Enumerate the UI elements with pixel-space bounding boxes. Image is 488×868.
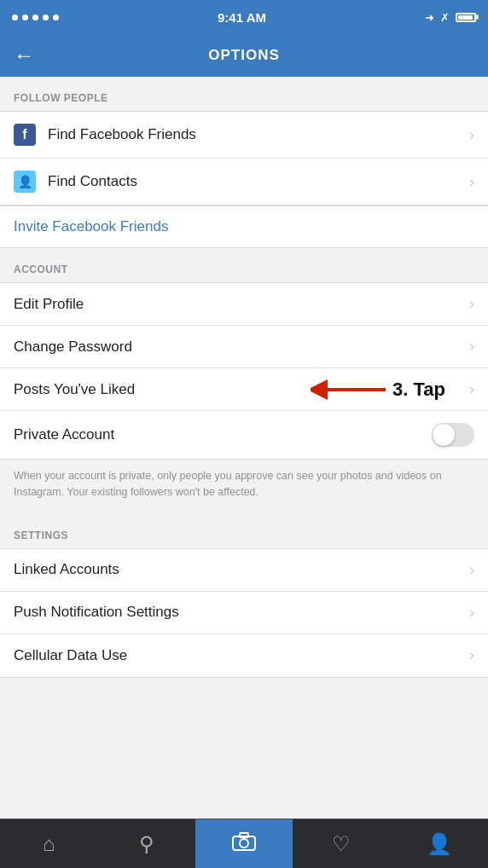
find-facebook-item[interactable]: f Find Facebook Friends ›	[0, 112, 488, 159]
nav-camera[interactable]	[195, 819, 293, 868]
signal-dot	[43, 14, 49, 20]
chevron-icon: ›	[469, 646, 474, 664]
section-header-follow: FOLLOW PEOPLE	[0, 77, 488, 111]
location-icon: ➜	[425, 11, 434, 24]
invite-facebook-link[interactable]: Invite Facebook Friends	[0, 205, 488, 248]
section-header-settings: SETTINGS	[0, 514, 488, 548]
find-contacts-item[interactable]: 👤 Find Contacts ›	[0, 159, 488, 205]
profile-icon: 👤	[427, 832, 452, 856]
chevron-icon: ›	[469, 338, 474, 356]
header: ← OPTIONS	[0, 34, 488, 77]
bluetooth-icon: ✗	[440, 11, 450, 24]
camera-icon	[232, 832, 256, 856]
nav-home[interactable]: ⌂	[0, 819, 97, 868]
private-account-toggle[interactable]	[432, 423, 474, 447]
find-facebook-label: Find Facebook Friends	[48, 126, 469, 143]
signal-dot	[53, 14, 59, 20]
nav-search[interactable]: ⚲	[97, 819, 195, 868]
posts-liked-label: Posts You've Liked	[14, 381, 469, 398]
svg-point-2	[240, 839, 248, 848]
battery-icon	[456, 13, 476, 22]
nav-profile[interactable]: 👤	[391, 819, 488, 868]
linked-accounts-label: Linked Accounts	[14, 561, 469, 578]
change-password-label: Change Password	[14, 339, 469, 356]
edit-profile-item[interactable]: Edit Profile ›	[0, 283, 488, 326]
chevron-icon: ›	[469, 173, 474, 191]
chevron-icon: ›	[469, 604, 474, 622]
page-title: OPTIONS	[208, 47, 280, 64]
chevron-icon: ›	[469, 295, 474, 313]
private-account-label: Private Account	[14, 426, 432, 443]
posts-liked-item[interactable]: Posts You've Liked 3. Tap ›	[0, 368, 488, 411]
account-list: Edit Profile › Change Password › Posts Y…	[0, 282, 488, 460]
section-header-account: ACCOUNT	[0, 248, 488, 282]
private-account-description: When your account is private, only peopl…	[0, 460, 488, 514]
status-time: 9:41 AM	[218, 10, 266, 25]
signal-dot	[22, 14, 28, 20]
push-notifications-item[interactable]: Push Notification Settings ›	[0, 592, 488, 634]
back-button[interactable]: ←	[14, 43, 34, 67]
bottom-nav: ⌂ ⚲ ♡ 👤	[0, 819, 488, 868]
home-icon: ⌂	[43, 832, 55, 856]
chevron-icon: ›	[469, 380, 474, 398]
facebook-icon: f	[14, 124, 36, 146]
content-area: FOLLOW PEOPLE f Find Facebook Friends › …	[0, 77, 488, 738]
follow-people-list: f Find Facebook Friends › 👤 Find Contact…	[0, 111, 488, 205]
private-account-item[interactable]: Private Account	[0, 411, 488, 459]
signal-dot	[12, 14, 18, 20]
find-contacts-label: Find Contacts	[48, 173, 469, 190]
status-bar: 9:41 AM ➜ ✗	[0, 0, 488, 34]
push-notifications-label: Push Notification Settings	[14, 604, 469, 621]
settings-list: Linked Accounts › Push Notification Sett…	[0, 548, 488, 678]
status-right: ➜ ✗	[425, 11, 476, 24]
status-left	[12, 14, 59, 20]
edit-profile-label: Edit Profile	[14, 296, 469, 313]
svg-rect-3	[240, 833, 248, 837]
chevron-icon: ›	[469, 126, 474, 144]
heart-icon: ♡	[332, 832, 351, 856]
contact-icon: 👤	[14, 171, 36, 193]
change-password-item[interactable]: Change Password ›	[0, 326, 488, 368]
chevron-icon: ›	[469, 561, 474, 579]
signal-dot	[32, 14, 38, 20]
nav-activity[interactable]: ♡	[293, 819, 390, 868]
toggle-knob	[433, 424, 455, 446]
cellular-data-label: Cellular Data Use	[14, 647, 469, 664]
linked-accounts-item[interactable]: Linked Accounts ›	[0, 549, 488, 592]
cellular-data-item[interactable]: Cellular Data Use ›	[0, 634, 488, 677]
search-icon: ⚲	[139, 832, 154, 856]
